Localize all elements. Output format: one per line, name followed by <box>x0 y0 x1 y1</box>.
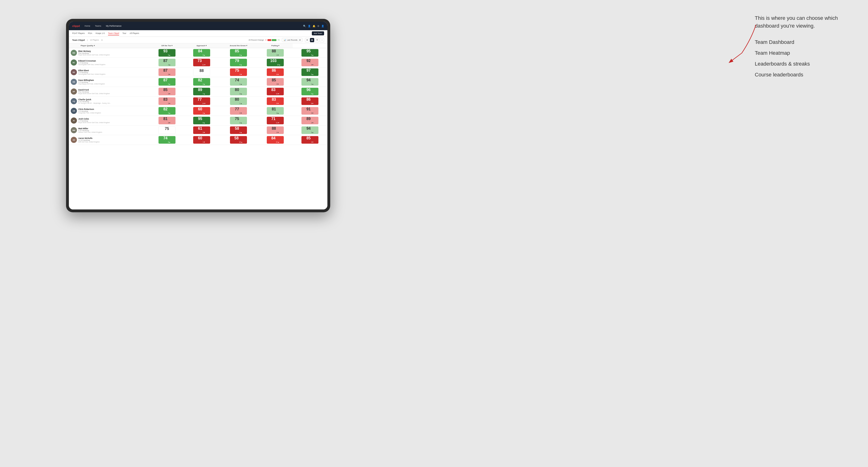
player-cell-4[interactable]: DF David Ford Plus Handicap Royal North … <box>69 87 150 96</box>
score-change: 8▲ <box>203 122 205 124</box>
player-handicap: 11-15 Handicap <box>78 139 100 141</box>
player-info: Dave Billingham 1-5 Handicap Gog Magog G… <box>78 79 105 85</box>
score-cell-9-2: 58 10▲ <box>219 135 258 145</box>
score-cell-5-1: 77 14▼ <box>184 96 219 106</box>
app-logo: clippd <box>72 25 80 27</box>
score-cell-3-4: 94 1▲ <box>293 77 328 87</box>
score-change: 7▲ <box>203 93 205 95</box>
edit-icon[interactable]: ✏ <box>101 39 103 41</box>
view-table-icon[interactable]: ▦ <box>310 38 314 42</box>
score-cell-7-1: 95 8▲ <box>184 116 219 125</box>
score-box: 80 1▲ <box>230 97 247 105</box>
table-row: BM Blair McHarg Plus Handicap Royal Nort… <box>69 48 328 58</box>
score-value: 81 <box>272 107 276 111</box>
score-value: 96 <box>306 88 311 92</box>
score-change: 21▲ <box>276 141 280 143</box>
score-value: 88 <box>272 126 276 131</box>
col-off-tee[interactable]: Off the Tee ▾ <box>150 43 184 48</box>
tab-all-players[interactable]: All Players <box>130 32 139 35</box>
score-change: 8▲ <box>168 141 170 143</box>
player-club: Drift Golf Club, United Kingdom <box>78 141 100 143</box>
score-change: 15▲ <box>277 64 280 66</box>
tab-team-clippd[interactable]: Team Clippd <box>108 32 119 35</box>
score-cell-7-3: 71 11▼ <box>258 116 293 125</box>
view-grid-icon[interactable]: ⊞ <box>305 38 309 42</box>
round-change-label: 20 Round Change <box>249 39 264 41</box>
score-value: 84 <box>271 136 276 140</box>
add-team-button[interactable]: Add Team <box>312 31 324 35</box>
player-cell-1[interactable]: EC Edward Crossman 1-5 Handicap Sunningd… <box>69 58 150 67</box>
nav-my-performance[interactable]: My Performance <box>105 24 122 28</box>
col-approach[interactable]: Approach ▾ <box>184 43 219 48</box>
score-change: 8▲ <box>240 54 242 56</box>
avatar-nav[interactable]: 👤 <box>321 25 324 27</box>
player-info: Aaron Nicholls 11-15 Handicap Drift Golf… <box>78 137 100 143</box>
player-handicap: 6-10 Handicap <box>78 130 102 131</box>
tab-hcaps[interactable]: Hcaps 1-5 <box>96 32 105 35</box>
player-cell-3[interactable]: DB Dave Billingham 1-5 Handicap Gog Mago… <box>69 77 150 87</box>
score-box: 94 3▲ <box>302 126 318 134</box>
player-cell-2[interactable]: EE Elliot Ebert 1-5 Handicap Sunningdale… <box>69 67 150 77</box>
score-value: 60 <box>198 136 202 140</box>
nav-home[interactable]: Home <box>84 24 91 28</box>
user-icon[interactable]: 👤 <box>308 25 311 27</box>
last-rounds-button[interactable]: 📊 Last Rounds: 20 <box>282 38 303 42</box>
score-cell-2-2: 75 3▼ <box>219 67 258 77</box>
score-cell-0-4: 95 9▲ <box>293 48 328 58</box>
score-box: 85 3▼ <box>267 78 284 86</box>
score-box: 88 1▼ <box>267 49 284 57</box>
score-box: 96 3▲ <box>302 88 318 95</box>
player-handicap: 1-5 Handicap <box>78 62 105 64</box>
player-name: Matt Miller <box>78 127 102 130</box>
score-cell-2-3: 86 6▼ <box>258 67 293 77</box>
players-table: Player Quality ▾ Off the Tee ▾ Approach … <box>69 43 328 145</box>
score-cell-6-2: 77 3▼ <box>219 106 258 116</box>
player-cell-8[interactable]: MM Matt Miller 6-10 Handicap Woburn Golf… <box>69 125 150 135</box>
score-change: 3▼ <box>311 112 314 114</box>
nav-teams[interactable]: Teams <box>94 24 102 28</box>
player-cell-0[interactable]: BM Blair McHarg Plus Handicap Royal Nort… <box>69 48 150 58</box>
tab-tour[interactable]: Tour <box>122 32 126 35</box>
player-cell-7[interactable]: JC Josh Coles 1-5 Handicap Royal North D… <box>69 116 150 125</box>
score-change: 1▲ <box>240 102 242 104</box>
bell-icon[interactable]: 🔔 <box>312 25 315 27</box>
col-around-green[interactable]: Around the Green ▾ <box>219 43 258 48</box>
score-box: 60 1▼ <box>193 136 210 144</box>
settings-icon[interactable]: ⚙ <box>317 25 319 27</box>
score-cell-8-3: 88 2▼ <box>258 125 293 135</box>
score-cell-1-2: 79 9▲ <box>219 58 258 67</box>
player-cell-5[interactable]: CQ Charlie Quick 6-10 Handicap St. Georg… <box>69 96 150 106</box>
last-rounds-label: Last Rounds: <box>287 39 298 41</box>
score-change: 1▲ <box>311 83 314 85</box>
player-club: Royal North Devon Golf Club, United King… <box>78 93 110 94</box>
col-putting[interactable]: Putting ▾ <box>258 43 293 48</box>
view-sort-icon[interactable]: ↕ <box>320 38 324 42</box>
score-value: 58 <box>235 136 239 140</box>
score-value: 86 <box>272 68 276 73</box>
score-box: 87 3▼ <box>158 68 176 76</box>
player-club: St. George's Hill GC - Weybridge - Surre… <box>78 102 111 104</box>
score-value: 85 <box>306 136 311 140</box>
tab-pgat-players[interactable]: PGAT Players <box>72 32 85 35</box>
score-cell-7-2: 75 2▲ <box>219 116 258 125</box>
tab-pga[interactable]: PGA <box>88 32 92 35</box>
score-change: 4▲ <box>203 83 205 85</box>
score-cell-7-4: 89 2▼ <box>293 116 328 125</box>
player-name: Chris Robertson <box>78 108 101 111</box>
table-row: AN Aaron Nicholls 11-15 Handicap Drift G… <box>69 135 328 145</box>
player-handicap: 1-5 Handicap <box>78 72 105 73</box>
score-cell-1-4: 92 3▼ <box>293 58 328 67</box>
view-list-icon[interactable]: ☰ <box>315 38 319 42</box>
player-handicap: 1-5 Handicap <box>78 111 101 112</box>
score-change: 3▲ <box>311 132 314 133</box>
score-cell-1-1: 73 11▼ <box>184 58 219 67</box>
score-value: 82 <box>198 78 202 82</box>
player-cell-9[interactable]: AN Aaron Nicholls 11-15 Handicap Drift G… <box>69 135 150 145</box>
search-icon[interactable]: 🔍 <box>303 25 306 27</box>
table-row: CQ Charlie Quick 6-10 Handicap St. Georg… <box>69 96 328 106</box>
col-player[interactable]: Player Quality ▾ <box>69 43 150 48</box>
score-cell-9-3: 84 21▲ <box>258 135 293 145</box>
score-change: 11▼ <box>202 64 206 66</box>
player-cell-6[interactable]: CR Chris Robertson 1-5 Handicap Craigmil… <box>69 106 150 116</box>
score-value: 94 <box>306 78 311 82</box>
